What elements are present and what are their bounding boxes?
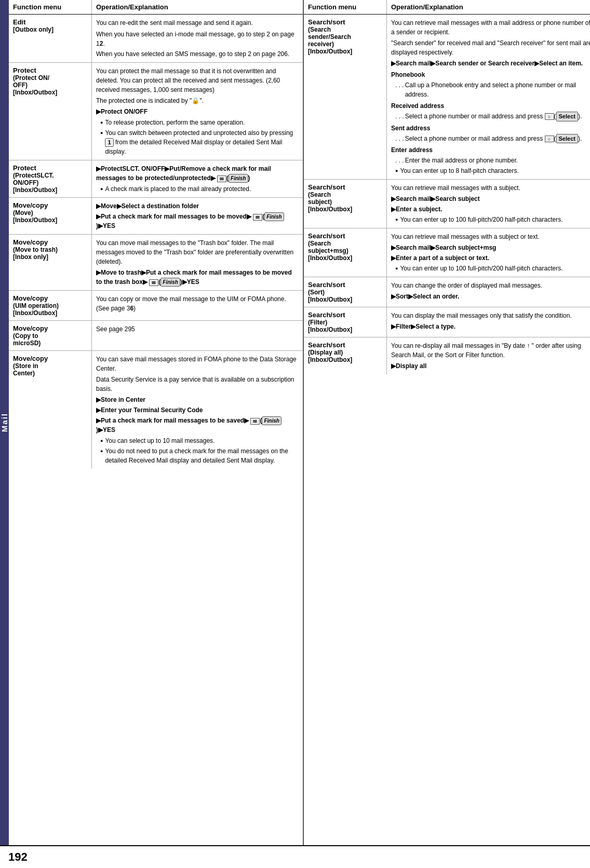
func-sub: [Inbox/Outbox] <box>308 356 382 363</box>
func-name: Move/copy <box>13 324 87 332</box>
func-name: Move/copy <box>13 294 87 302</box>
dot-item: . . . Enter the mail address or phone nu… <box>395 156 590 165</box>
op-text: You can copy or move the mail message to… <box>96 294 299 313</box>
table-row: Move/copy (Move to trash) [Inbox only] Y… <box>9 235 303 291</box>
op-bullet: You can switch between protected and unp… <box>100 128 299 156</box>
dot-text: Enter the mail address or phone number. <box>405 156 518 165</box>
select-btn: Select <box>556 112 578 121</box>
table-row: Search/sort (Search subject) [Inbox/Outb… <box>304 180 590 228</box>
func-cell-trash: Move/copy (Move to trash) [Inbox only] <box>9 235 92 290</box>
left-table-header: Function menu Operation/Explanation <box>9 0 303 15</box>
envelope-icon: ✉ <box>149 279 158 286</box>
func-sub: (Search <box>308 240 382 247</box>
op-arrow: ▶Put a check mark for mail messages to b… <box>96 416 299 435</box>
tables-wrapper: Function menu Operation/Explanation Edit… <box>9 0 590 845</box>
op-cell-store: You can save mail messages stored in FOM… <box>92 351 303 469</box>
op-text: See page 295 <box>96 324 299 334</box>
sidebar-label: Mail <box>0 413 9 432</box>
op-arrow: ▶ProtectSLCT. ON/OFF▶Put/Remove a check … <box>96 164 299 183</box>
bullet-text: You can enter up to 100 full-pitch/200 h… <box>400 264 562 273</box>
finish-btn: Finish <box>160 278 180 287</box>
bullet-text: To release protection, perform the same … <box>105 118 245 127</box>
bullet-text: You do not need to put a check mark for … <box>105 446 299 465</box>
func-sub: [Inbox/Outbox] <box>13 216 87 224</box>
func-sub: OFF) <box>13 82 87 89</box>
op-arrow: ▶Move to trash▶Put a check mark for mail… <box>96 268 299 287</box>
op-text: You can save mail messages stored in FOM… <box>96 355 299 373</box>
func-cell-search-sender: Search/sort (Search sender/Search receiv… <box>304 15 387 179</box>
right-table-header: Function menu Operation/Explanation <box>304 0 590 15</box>
func-cell-protect-slct: Protect (ProtectSLCT. ON/OFF) [Inbox/Out… <box>9 160 92 197</box>
func-name: Search/sort <box>308 341 382 349</box>
left-sidebar: Mail <box>0 0 9 845</box>
bullet-text: You can select up to 10 mail messages. <box>105 436 214 445</box>
func-sub: [Inbox/Outbox] <box>308 254 382 262</box>
op-cell-uim: You can copy or move the mail message to… <box>92 291 303 320</box>
finish-btn: Finish <box>229 174 248 183</box>
func-sub: [Outbox only] <box>13 26 87 33</box>
op-cell-search-subjectmsg: You can retrieve mail messages with a su… <box>387 228 590 277</box>
func-cell-search-subject: Search/sort (Search subject) [Inbox/Outb… <box>304 180 387 228</box>
page-number: 192 <box>8 850 28 864</box>
op-text: The protected one is indicated by "🔒". <box>96 96 299 105</box>
left-header-col1: Function menu <box>9 0 92 14</box>
op-bullet: You can enter up to 100 full-pitch/200 h… <box>395 264 590 273</box>
dot-text: Call up a Phonebook entry and select a p… <box>405 80 590 99</box>
bullet-text: You can enter up to 8 half-pitch charact… <box>400 166 518 175</box>
bullet-text: A check mark is placed to the mail alrea… <box>105 184 251 194</box>
envelope-icon: ✉ <box>253 214 262 221</box>
op-text: You can protect the mail message so that… <box>96 66 299 94</box>
dot-item: . . . Call up a Phonebook entry and sele… <box>395 80 590 99</box>
op-text: You can change the order of displayed ma… <box>391 281 590 290</box>
op-arrow: ▶Sort▶Select an order. <box>391 292 590 301</box>
func-sub: (Filter) <box>308 319 382 326</box>
key-1-btn: 1 <box>105 138 113 147</box>
func-sub: [Inbox/Outbox] <box>308 206 382 213</box>
op-arrow: ▶Filter▶Select a type. <box>391 322 590 331</box>
op-cell-move: ▶Move▶Select a destination folder ▶Put a… <box>92 198 303 234</box>
func-cell-protect: Protect (Protect ON/ OFF) [Inbox/Outbox] <box>9 63 92 160</box>
func-cell-edit: Edit [Outbox only] <box>9 15 92 62</box>
func-name: Move/copy <box>13 201 87 209</box>
table-row: Move/copy (UIM operation) [Inbox/Outbox]… <box>9 291 303 321</box>
op-cell-sort: You can change the order of displayed ma… <box>387 277 590 307</box>
op-text: You can display the mail messages only t… <box>391 311 590 320</box>
envelope-icon: ✉ <box>250 418 260 425</box>
func-name: Move/copy <box>13 355 87 362</box>
func-sub: (Display all) <box>308 349 382 356</box>
func-cell-uim: Move/copy (UIM operation) [Inbox/Outbox] <box>9 291 92 320</box>
func-name: Protect <box>13 66 87 74</box>
op-bullet: You do not need to put a check mark for … <box>100 446 299 465</box>
func-sub: [Inbox/Outbox] <box>308 296 382 303</box>
op-text: Data Security Service is a pay service t… <box>96 375 299 394</box>
func-sub: Center) <box>13 370 87 377</box>
op-cell-display-all: You can re-display all mail messages in … <box>387 337 590 374</box>
op-bullet: You can enter up to 8 half-pitch charact… <box>395 166 590 175</box>
finish-btn: Finish <box>262 416 281 425</box>
bullet-text: You can enter up to 100 full-pitch/200 h… <box>400 215 562 224</box>
func-name: Search/sort <box>308 183 382 191</box>
dots: . . . <box>395 134 404 143</box>
func-name: Search/sort <box>308 232 382 240</box>
op-arrow: ▶Enter your Terminal Security Code <box>96 405 299 415</box>
op-arrow: ▶Store in Center <box>96 395 299 404</box>
func-name: Search/sort <box>308 311 382 319</box>
envelope-icon: ○ <box>545 113 554 120</box>
dots: . . . <box>395 112 404 121</box>
left-header-col2: Operation/Explanation <box>92 0 303 14</box>
func-sub: sender/Search <box>308 33 382 40</box>
func-sub: microSD) <box>13 340 87 347</box>
func-sub: (Search <box>308 191 382 198</box>
func-sub: [Inbox/Outbox] <box>308 48 382 55</box>
func-sub: (Protect ON/ <box>13 74 87 82</box>
table-row: Search/sort (Search subject+msg) [Inbox/… <box>304 228 590 277</box>
op-bullet: You can enter up to 100 full-pitch/200 h… <box>395 215 590 224</box>
op-cell-search-sender: You can retrieve mail messages with a ma… <box>387 15 590 179</box>
func-sub: (UIM operation) <box>13 302 87 309</box>
op-text: You can move mail messages to the "Trash… <box>96 238 299 266</box>
section-header: Enter address <box>391 145 590 155</box>
table-row: Search/sort (Filter) [Inbox/Outbox] You … <box>304 307 590 337</box>
op-cell-protect: You can protect the mail message so that… <box>92 63 303 160</box>
right-header-col2: Operation/Explanation <box>387 0 590 14</box>
op-text: You can retrieve mail messages with a ma… <box>391 18 590 37</box>
